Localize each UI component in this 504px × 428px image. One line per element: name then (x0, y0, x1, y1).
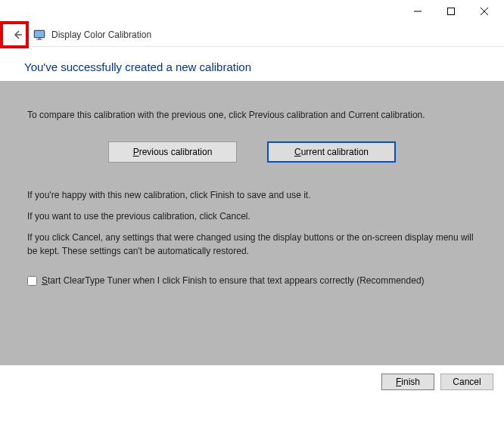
cancel-instruction: If you want to use the previous calibrat… (27, 209, 477, 223)
cleartype-checkbox[interactable] (27, 276, 37, 286)
page-heading: You've successfully created a new calibr… (24, 60, 480, 73)
previous-calibration-button[interactable]: Previous calibration (108, 141, 237, 163)
finish-instruction: If you're happy with this new calibratio… (27, 188, 477, 202)
footer: Finish Cancel (0, 365, 504, 399)
heading-area: You've successfully created a new calibr… (0, 47, 504, 81)
current-calibration-button[interactable]: Current calibration (267, 141, 396, 163)
window-title: Display Color Calibration (51, 29, 151, 40)
minimize-button[interactable] (401, 1, 434, 22)
svg-rect-7 (38, 38, 41, 39)
compare-buttons-row: Previous calibration Current calibration (27, 141, 477, 163)
compare-instruction: To compare this calibration with the pre… (27, 108, 477, 122)
svg-rect-8 (36, 39, 42, 40)
cleartype-checkbox-row: Start ClearType Tuner when I click Finis… (27, 274, 477, 287)
arrow-left-icon (11, 29, 23, 41)
titlebar (0, 0, 504, 23)
maximize-button[interactable] (434, 1, 468, 22)
finish-button[interactable]: Finish (381, 374, 434, 390)
header-bar: Display Color Calibration (0, 23, 504, 47)
close-button[interactable] (468, 1, 501, 22)
content-panel: To compare this calibration with the pre… (0, 81, 504, 365)
cancel-button[interactable]: Cancel (440, 374, 493, 390)
cleartype-checkbox-label[interactable]: Start ClearType Tuner when I click Finis… (42, 274, 425, 287)
cancel-note: If you click Cancel, any settings that w… (27, 231, 477, 258)
svg-rect-1 (448, 8, 455, 15)
back-button[interactable] (6, 23, 29, 46)
svg-rect-6 (35, 31, 44, 37)
app-icon (33, 29, 45, 41)
